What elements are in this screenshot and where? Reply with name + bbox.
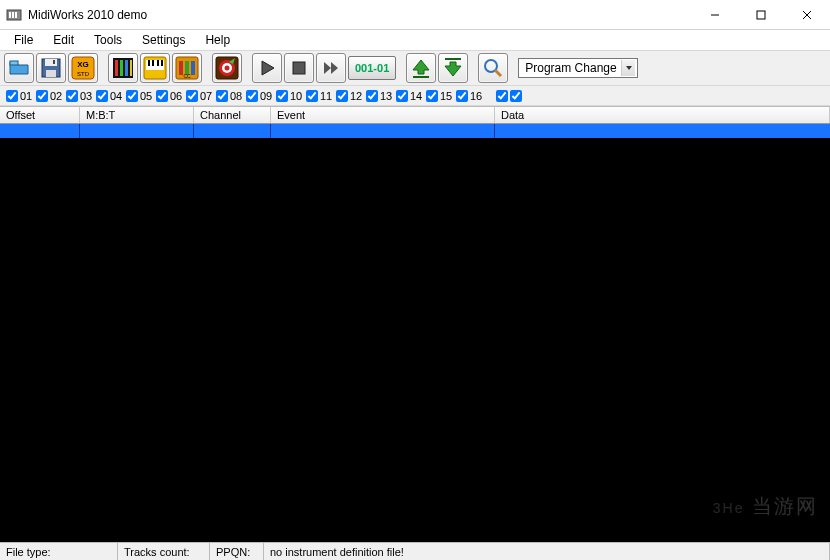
play-button[interactable] [252, 53, 282, 83]
event-filter-dropdown[interactable]: Program Change [518, 58, 638, 78]
window-title: MidiWorks 2010 demo [28, 8, 147, 22]
status-ppqn: PPQN: [210, 543, 264, 560]
chevron-down-icon [621, 60, 635, 76]
save-button[interactable] [36, 53, 66, 83]
fast-forward-button[interactable] [316, 53, 346, 83]
svg-rect-10 [45, 59, 57, 66]
svg-rect-25 [157, 60, 159, 66]
col-mbt[interactable]: M:B:T [80, 107, 194, 123]
menu-settings[interactable]: Settings [134, 31, 193, 49]
col-channel[interactable]: Channel [194, 107, 271, 123]
svg-line-40 [495, 70, 501, 76]
svg-rect-20 [130, 60, 132, 76]
channel-check-04[interactable]: 04 [96, 90, 124, 102]
channel-check-06[interactable]: 06 [156, 90, 184, 102]
menu-edit[interactable]: Edit [45, 31, 82, 49]
channel-check-08[interactable]: 08 [216, 90, 244, 102]
svg-rect-26 [161, 60, 163, 66]
svg-rect-19 [125, 60, 128, 76]
menu-help[interactable]: Help [197, 31, 238, 49]
menubar: File Edit Tools Settings Help [0, 30, 830, 50]
tracks-button[interactable] [108, 53, 138, 83]
search-button[interactable] [478, 53, 508, 83]
svg-rect-17 [115, 60, 118, 76]
status-filetype: File type: [0, 543, 118, 560]
stop-button[interactable] [284, 53, 314, 83]
controllers-button[interactable]: CC [172, 53, 202, 83]
col-data[interactable]: Data [495, 107, 830, 123]
minimize-button[interactable] [692, 0, 738, 30]
selected-row[interactable] [0, 124, 830, 138]
channel-check-16[interactable]: 16 [456, 90, 484, 102]
svg-rect-23 [148, 60, 150, 66]
channel-check-07[interactable]: 07 [186, 90, 214, 102]
channel-check-10[interactable]: 10 [276, 90, 304, 102]
svg-rect-36 [293, 62, 305, 74]
close-button[interactable] [784, 0, 830, 30]
svg-point-35 [225, 66, 230, 71]
channel-check-14[interactable]: 14 [396, 90, 424, 102]
channel-check-11[interactable]: 11 [306, 90, 334, 102]
app-icon [6, 7, 22, 23]
statusbar: File type: Tracks count: PPQN: no instru… [0, 542, 830, 560]
svg-text:XG: XG [77, 60, 89, 69]
channel-check-01[interactable]: 01 [6, 90, 34, 102]
svg-rect-2 [12, 12, 14, 18]
status-tracks: Tracks count: [118, 543, 210, 560]
svg-text:STD: STD [77, 71, 90, 77]
open-button[interactable] [4, 53, 34, 83]
channel-check-15[interactable]: 15 [426, 90, 454, 102]
menu-file[interactable]: File [6, 31, 41, 49]
channel-check-12[interactable]: 12 [336, 90, 364, 102]
channel-check-02[interactable]: 02 [36, 90, 64, 102]
event-list-body[interactable] [0, 138, 830, 542]
target-button[interactable] [212, 53, 242, 83]
col-offset[interactable]: Offset [0, 107, 80, 123]
channel-check-03[interactable]: 03 [66, 90, 94, 102]
channel-check-extra1[interactable] [496, 90, 508, 102]
svg-rect-11 [46, 70, 56, 77]
channel-check-05[interactable]: 05 [126, 90, 154, 102]
maximize-button[interactable] [738, 0, 784, 30]
channel-check-13[interactable]: 13 [366, 90, 394, 102]
svg-rect-18 [120, 60, 123, 76]
svg-rect-30 [191, 61, 195, 75]
piano-roll-button[interactable] [140, 53, 170, 83]
status-message: no instrument definition file! [264, 543, 830, 560]
titlebar: MidiWorks 2010 demo [0, 0, 830, 30]
up-arrow-button[interactable] [406, 53, 436, 83]
svg-rect-1 [9, 12, 11, 18]
svg-rect-8 [10, 61, 18, 65]
toolbar: XGSTD CC 001-01 Program Change [0, 50, 830, 86]
col-event[interactable]: Event [271, 107, 495, 123]
down-arrow-button[interactable] [438, 53, 468, 83]
svg-rect-24 [152, 60, 154, 66]
menu-tools[interactable]: Tools [86, 31, 130, 49]
svg-text:CC: CC [183, 73, 191, 79]
channel-check-09[interactable]: 09 [246, 90, 274, 102]
channel-check-extra2[interactable] [510, 90, 522, 102]
svg-rect-3 [15, 12, 17, 18]
xg-std-button[interactable]: XGSTD [68, 53, 98, 83]
svg-rect-5 [757, 11, 765, 19]
event-list-header: Offset M:B:T Channel Event Data [0, 106, 830, 124]
svg-rect-12 [53, 60, 55, 64]
position-counter[interactable]: 001-01 [348, 56, 396, 80]
channel-filter-row: 01 02 03 04 05 06 07 08 09 10 11 12 13 1… [0, 86, 830, 106]
event-filter-label: Program Change [525, 61, 616, 75]
